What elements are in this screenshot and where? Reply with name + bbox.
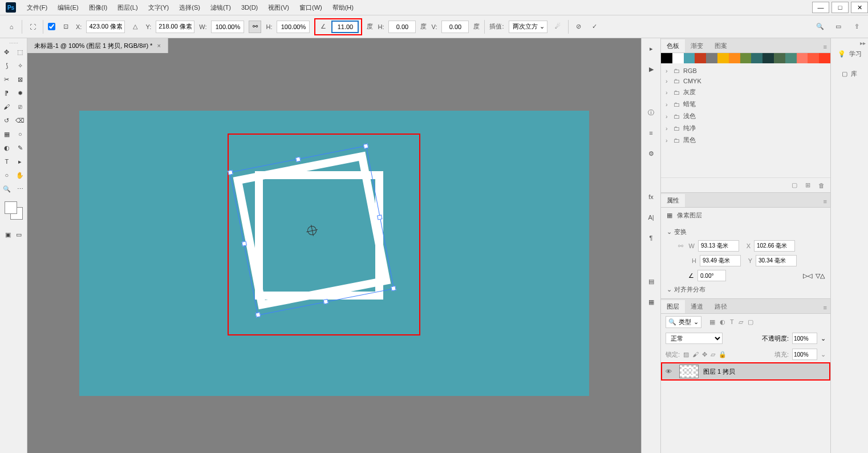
type-tool[interactable]: T bbox=[0, 155, 14, 168]
transform-handle-mr[interactable] bbox=[377, 215, 382, 220]
styles-icon[interactable]: fx bbox=[646, 191, 657, 203]
close-button[interactable]: ✕ bbox=[851, 2, 868, 13]
clone-stamp-tool[interactable]: ⎚ bbox=[14, 100, 27, 114]
swatch-folder[interactable]: ›🗀CMYK bbox=[661, 76, 830, 86]
transform-handle-tm[interactable] bbox=[295, 156, 301, 161]
transform-handle-ml[interactable] bbox=[242, 241, 247, 246]
layer-visibility-icon[interactable]: 👁 bbox=[666, 368, 675, 375]
hand-tool[interactable]: ✋ bbox=[14, 168, 27, 182]
swatch-folder[interactable]: ›🗀黑色 bbox=[661, 134, 830, 146]
props-h-input[interactable] bbox=[700, 255, 741, 266]
swatch-folder[interactable]: ›🗀纯净 bbox=[661, 122, 830, 134]
props-y-input[interactable] bbox=[756, 255, 797, 266]
filter-adjust-icon[interactable]: ◐ bbox=[720, 318, 725, 326]
swatch-folder[interactable]: ›🗀浅色 bbox=[661, 110, 830, 122]
history-icon[interactable]: ▤ bbox=[646, 276, 657, 287]
tab-layers[interactable]: 图层 bbox=[661, 300, 685, 313]
pen-tool[interactable]: ✎ bbox=[14, 141, 27, 155]
tab-gradients[interactable]: 渐变 bbox=[685, 39, 709, 52]
history-brush-tool[interactable]: ↺ bbox=[0, 114, 14, 127]
filter-type-icon[interactable]: T bbox=[730, 318, 734, 326]
link-wh-props-icon[interactable]: ⚯ bbox=[678, 242, 683, 250]
reference-point-checkbox[interactable] bbox=[48, 23, 55, 30]
h-input[interactable] bbox=[277, 21, 310, 33]
home-icon[interactable]: ⌂ bbox=[6, 21, 17, 33]
info-icon[interactable]: ⓘ bbox=[646, 107, 657, 118]
menu-help[interactable]: 帮助(H) bbox=[327, 3, 359, 12]
warp-icon[interactable]: ☄ bbox=[552, 21, 563, 33]
swatch-folder[interactable]: ›🗀蜡笔 bbox=[661, 98, 830, 110]
frame-tool[interactable]: ⊠ bbox=[14, 72, 27, 86]
color-swatch[interactable] bbox=[672, 53, 684, 63]
lock-pixels-icon[interactable]: 🖌 bbox=[692, 351, 699, 358]
x-input[interactable] bbox=[86, 21, 125, 33]
lock-position-icon[interactable]: ✥ bbox=[702, 351, 707, 358]
interpolation-dropdown[interactable]: 两次立方 ⌄ bbox=[509, 21, 547, 33]
delete-swatch-icon[interactable]: 🗑 bbox=[818, 182, 825, 189]
learn-panel-button[interactable]: 💡 学习 bbox=[835, 47, 864, 60]
new-swatch-icon[interactable]: ⊞ bbox=[805, 181, 810, 189]
tab-paths[interactable]: 路径 bbox=[709, 300, 733, 313]
color-swatch[interactable] bbox=[695, 53, 706, 63]
color-picker[interactable] bbox=[5, 201, 23, 220]
filter-smart-icon[interactable]: ▢ bbox=[748, 318, 753, 326]
color-swatch[interactable] bbox=[661, 53, 672, 63]
blend-mode-select[interactable]: 正常 bbox=[666, 333, 723, 344]
transform-mode-icon[interactable]: ⛶ bbox=[27, 21, 38, 33]
tab-channels[interactable]: 通道 bbox=[685, 300, 709, 313]
play-icon[interactable]: ▶ bbox=[646, 63, 657, 75]
paragraph-icon[interactable]: ¶ bbox=[646, 232, 657, 244]
library-panel-button[interactable]: ▢ 库 bbox=[839, 67, 859, 80]
cancel-transform-icon[interactable]: ⊘ bbox=[573, 21, 585, 33]
delta-icon[interactable]: △ bbox=[129, 21, 141, 33]
move-tool[interactable]: ✥ bbox=[0, 45, 14, 59]
flip-v-icon[interactable]: ▽△ bbox=[816, 272, 825, 280]
menu-text[interactable]: 文字(Y) bbox=[143, 3, 175, 12]
filter-shape-icon[interactable]: ▱ bbox=[739, 318, 743, 326]
link-wh-button[interactable]: ⚯ bbox=[249, 21, 261, 33]
transform-section[interactable]: ⌄变换 bbox=[667, 225, 825, 238]
gradient-tool[interactable]: ▦ bbox=[0, 127, 14, 141]
color-swatch[interactable] bbox=[729, 53, 740, 63]
menu-filter[interactable]: 滤镜(T) bbox=[205, 3, 236, 12]
menu-window[interactable]: 窗口(W) bbox=[294, 3, 327, 12]
layer-name[interactable]: 图层 1 拷贝 bbox=[703, 367, 735, 376]
tab-patterns[interactable]: 图案 bbox=[709, 39, 733, 52]
transform-box[interactable] bbox=[230, 145, 394, 316]
dodge-tool[interactable]: ◐ bbox=[0, 141, 14, 155]
path-select-tool[interactable]: ▸ bbox=[14, 155, 27, 168]
props-w-input[interactable] bbox=[698, 240, 739, 252]
rotation-input[interactable] bbox=[331, 21, 359, 33]
healing-tool[interactable]: ✹ bbox=[14, 86, 27, 100]
layer-item-copy[interactable]: 👁 图层 1 拷贝 bbox=[661, 362, 830, 381]
props-angle-input[interactable] bbox=[697, 270, 726, 281]
maximize-button[interactable]: □ bbox=[832, 2, 849, 13]
canvas[interactable] bbox=[79, 111, 589, 396]
transform-handle-br[interactable] bbox=[391, 285, 396, 290]
menu-layer[interactable]: 图层(L) bbox=[112, 3, 143, 12]
transform-handle-bm[interactable] bbox=[323, 298, 328, 304]
lock-artboard-icon[interactable]: ▱ bbox=[711, 351, 715, 358]
shape-tool[interactable]: ○ bbox=[0, 168, 14, 182]
brush-settings-icon[interactable]: ≡ bbox=[646, 127, 657, 139]
menu-image[interactable]: 图像(I) bbox=[84, 3, 112, 12]
color-swatch[interactable] bbox=[762, 53, 774, 63]
lock-all-icon[interactable]: 🔒 bbox=[719, 351, 727, 358]
color-swatch[interactable] bbox=[717, 53, 729, 63]
magic-wand-tool[interactable]: ✧ bbox=[14, 59, 27, 72]
notes-icon[interactable]: ▦ bbox=[646, 296, 657, 308]
w-input[interactable] bbox=[211, 21, 244, 33]
eyedropper-tool[interactable]: ⁋ bbox=[0, 86, 14, 100]
color-swatch[interactable] bbox=[797, 53, 808, 63]
filter-pixel-icon[interactable]: ▦ bbox=[709, 318, 715, 326]
screen-mode-icon[interactable]: ▭ bbox=[833, 21, 844, 33]
y-input[interactable] bbox=[156, 21, 194, 33]
document-tab[interactable]: 未标题-1 @ 100% (图层 1 拷贝, RGB/8#) * × bbox=[27, 38, 168, 53]
color-swatch[interactable] bbox=[751, 53, 762, 63]
lock-transparent-icon[interactable]: ▨ bbox=[683, 351, 689, 358]
color-swatch[interactable] bbox=[808, 53, 819, 63]
eraser-tool[interactable]: ⌫ bbox=[14, 114, 27, 127]
marquee-tool[interactable]: ⬚ bbox=[14, 45, 27, 59]
quick-mask-icon[interactable]: ▣ bbox=[5, 228, 12, 241]
character-icon[interactable]: A| bbox=[646, 212, 657, 223]
